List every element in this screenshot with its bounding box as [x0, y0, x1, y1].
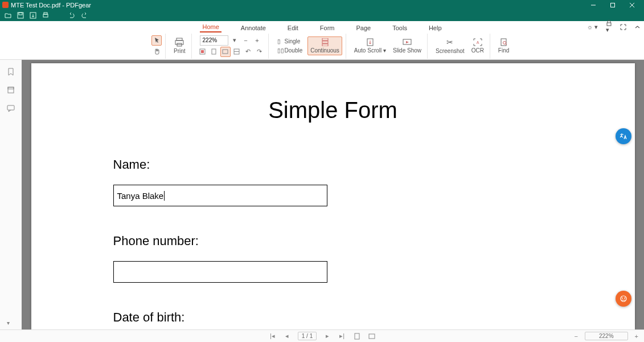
thumbnails-icon[interactable]: [7, 86, 15, 94]
svg-rect-21: [322, 44, 328, 46]
next-page-icon[interactable]: ▸: [325, 332, 330, 340]
maximize-button[interactable]: [603, 0, 622, 10]
last-page-icon[interactable]: ▸|: [338, 332, 346, 340]
fit-width-status-icon[interactable]: [368, 333, 375, 340]
zoom-in-status-icon[interactable]: +: [634, 333, 639, 340]
fit-whole-icon[interactable]: [198, 47, 208, 57]
svg-rect-14: [201, 50, 204, 53]
first-page-icon[interactable]: |◂: [269, 332, 276, 340]
svg-rect-35: [369, 334, 375, 339]
svg-rect-9: [607, 23, 611, 26]
svg-rect-1: [611, 3, 615, 7]
svg-rect-16: [223, 50, 228, 54]
fit-visible-icon[interactable]: [232, 47, 242, 57]
print-group: Print: [168, 34, 192, 59]
menu-tools[interactable]: Tools: [390, 23, 409, 32]
menu-home[interactable]: Home: [200, 22, 221, 32]
menu-help[interactable]: Help: [426, 23, 444, 32]
hand-tool[interactable]: [151, 47, 162, 57]
zoom-out-status-icon[interactable]: −: [573, 333, 579, 340]
svg-rect-20: [322, 41, 328, 43]
save-icon[interactable]: [17, 12, 24, 19]
scroll-double[interactable]: ▯▯Double: [274, 46, 306, 55]
collapse-ribbon-icon[interactable]: [634, 24, 641, 30]
window-title: MTE Test Doc.pdf - PDFgear: [11, 2, 584, 9]
zoom-in-icon[interactable]: +: [252, 35, 262, 46]
scroll-single[interactable]: ▯Single: [274, 37, 306, 46]
auto-scroll-button[interactable]: Auto Scroll ▾: [352, 37, 388, 55]
theme-icon[interactable]: ☼ ▾: [587, 23, 598, 31]
menu-right-controls: ☼ ▾ ▾: [587, 21, 641, 32]
name-value: Tanya Blake: [117, 191, 164, 201]
name-field[interactable]: Tanya Blake: [113, 185, 327, 206]
rotate-left-icon[interactable]: ↶: [243, 47, 253, 57]
assistant-badge[interactable]: [616, 291, 631, 307]
menu-page[interactable]: Page: [354, 23, 374, 32]
cursor-group: [148, 34, 166, 59]
translate-badge[interactable]: [616, 128, 631, 144]
print-button[interactable]: Print: [171, 36, 188, 55]
rotate-right-icon[interactable]: ↷: [255, 47, 265, 57]
svg-point-33: [624, 298, 625, 299]
svg-rect-7: [43, 14, 48, 17]
auto-scroll-label: Auto Scroll ▾: [354, 47, 386, 54]
title-bar: MTE Test Doc.pdf - PDFgear: [0, 0, 644, 10]
zoom-dropdown-icon[interactable]: ▾: [229, 35, 240, 46]
menu-bar: Home Annotate Edit Form Page Tools Help …: [0, 21, 644, 32]
redo-icon[interactable]: [81, 12, 88, 19]
slide-show-icon: [403, 38, 412, 46]
print-quick-icon[interactable]: [42, 12, 49, 19]
slide-show-button[interactable]: Slide Show: [391, 37, 424, 55]
continuous-label: Continuous: [310, 47, 339, 54]
find-button[interactable]: Find: [496, 37, 511, 55]
save-as-icon[interactable]: [30, 12, 36, 19]
svg-rect-25: [501, 39, 506, 46]
ribbon-toolbar: Print ▾ − + ↶ ↷ ▯Single ▯▯Double: [0, 32, 644, 60]
screenshot-label: Screenshot: [436, 48, 465, 54]
menu-edit[interactable]: Edit: [285, 23, 301, 32]
comments-icon[interactable]: [7, 104, 15, 112]
fullscreen-icon[interactable]: [620, 24, 626, 30]
zoom-display[interactable]: 222%: [585, 332, 628, 340]
fit-page-status-icon[interactable]: [354, 333, 360, 340]
scroll-continuous[interactable]: Continuous: [307, 36, 342, 55]
find-group: Find: [493, 34, 515, 59]
ocr-label: OCR: [471, 47, 484, 54]
close-button[interactable]: [622, 0, 642, 10]
screenshot-button[interactable]: ✂ Screenshot: [433, 36, 467, 55]
print-label: Print: [174, 48, 186, 54]
svg-rect-19: [322, 38, 328, 40]
svg-line-27: [506, 44, 507, 45]
minimize-button[interactable]: [584, 0, 603, 10]
svg-rect-30: [7, 105, 14, 110]
slide-show-label: Slide Show: [393, 47, 421, 54]
text-cursor: [164, 191, 165, 201]
phone-field[interactable]: [113, 261, 327, 283]
phone-label: Phone number:: [113, 234, 635, 249]
svg-rect-5: [19, 13, 22, 15]
open-file-icon[interactable]: [5, 12, 11, 19]
print-icon: [174, 38, 184, 47]
bookmark-icon[interactable]: [7, 68, 15, 76]
prev-page-icon[interactable]: ◂: [284, 332, 290, 340]
lock-icon[interactable]: ▾: [606, 20, 612, 34]
undo-icon[interactable]: [68, 12, 75, 19]
page-current: 1: [302, 333, 305, 339]
auto-scroll-icon: [366, 38, 375, 46]
zoom-input[interactable]: [200, 35, 228, 46]
find-icon: [499, 38, 508, 46]
page-indicator[interactable]: 1 / 1: [298, 332, 317, 340]
select-tool[interactable]: [151, 35, 162, 46]
menu-form[interactable]: Form: [318, 23, 337, 32]
fit-page-icon[interactable]: [209, 47, 219, 57]
ocr-button[interactable]: A OCR: [469, 37, 486, 55]
fit-width-icon[interactable]: [220, 47, 231, 57]
expand-sidebar-icon[interactable]: ▾: [7, 320, 10, 326]
menu-annotate[interactable]: Annotate: [239, 23, 268, 32]
single-page-icon: ▯: [277, 38, 283, 44]
status-bar: |◂ ◂ 1 / 1 ▸ ▸| − 222% +: [0, 329, 644, 342]
document-viewport[interactable]: Simple Form Name: Tanya Blake Phone numb…: [22, 60, 644, 329]
left-sidebar: ▾: [0, 60, 22, 329]
zoom-out-icon[interactable]: −: [241, 35, 251, 46]
present-group: Auto Scroll ▾ Slide Show: [348, 34, 428, 59]
